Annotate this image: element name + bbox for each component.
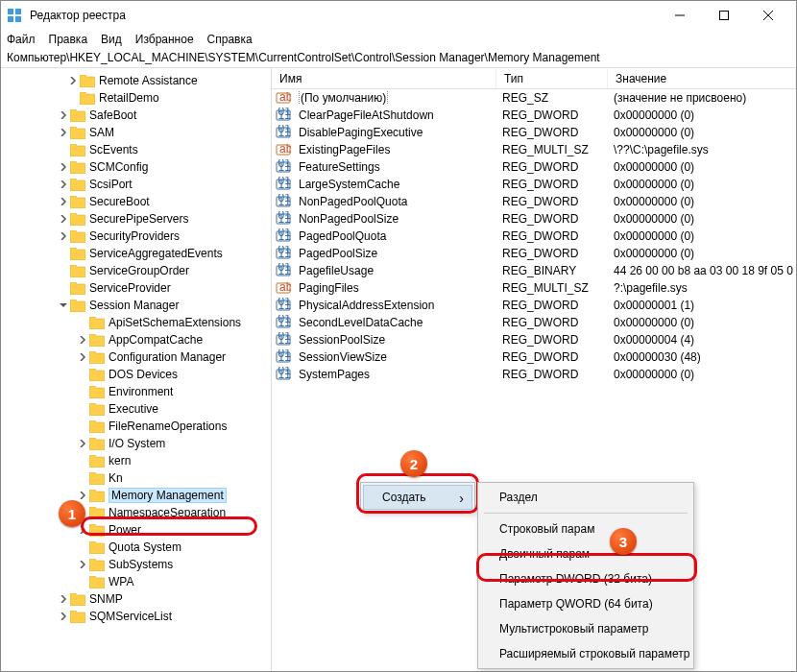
- menu-favorites[interactable]: Избранное: [135, 33, 194, 46]
- tree-item-label: kern: [109, 454, 131, 468]
- value-row[interactable]: abPagingFilesREG_MULTI_SZ?:\pagefile.sys: [272, 279, 796, 297]
- tree-item-label: Environment: [109, 385, 173, 398]
- value-row[interactable]: 011110NonPagedPoolQuotaREG_DWORD0x000000…: [272, 193, 796, 210]
- expand-chevron-icon[interactable]: [57, 232, 70, 240]
- tree-item[interactable]: SubSystems: [1, 556, 271, 573]
- tree-item[interactable]: I/O System: [1, 435, 271, 452]
- close-button[interactable]: [746, 1, 790, 30]
- tree-item[interactable]: ScsiPort: [1, 176, 271, 193]
- ctx-new-key[interactable]: Раздел: [480, 485, 691, 510]
- expand-chevron-icon[interactable]: [76, 492, 89, 499]
- tree-item[interactable]: Memory Management: [1, 487, 271, 504]
- ctx-create[interactable]: Создать: [363, 485, 472, 510]
- tree-item[interactable]: SQMServiceList: [1, 608, 271, 625]
- value-row[interactable]: 011110SessionViewSizeREG_DWORD0x00000030…: [272, 348, 796, 366]
- tree-item[interactable]: DOS Devices: [1, 366, 271, 383]
- tree-item[interactable]: NamespaceSeparation: [1, 504, 271, 521]
- tree-item[interactable]: ServiceProvider: [1, 279, 271, 297]
- expand-chevron-icon[interactable]: [76, 526, 89, 534]
- tree-item[interactable]: SNMP: [1, 590, 271, 608]
- tree-item[interactable]: Environment: [1, 383, 271, 400]
- tree-item[interactable]: SAM: [1, 124, 271, 141]
- value-row[interactable]: 011110SecondLevelDataCacheREG_DWORD0x000…: [272, 314, 796, 331]
- menu-view[interactable]: Вид: [101, 33, 122, 46]
- tree-item[interactable]: Session Manager: [1, 297, 271, 314]
- tree-item[interactable]: SecurityProviders: [1, 228, 271, 245]
- tree-item[interactable]: Configuration Manager: [1, 348, 271, 366]
- svg-rect-3: [15, 16, 21, 22]
- tree-item[interactable]: ServiceAggregatedEvents: [1, 245, 271, 262]
- ctx-new-string[interactable]: Строковый парам: [480, 516, 691, 541]
- tree-item[interactable]: SecurePipeServers: [1, 210, 271, 228]
- tree-item[interactable]: ServiceGroupOrder: [1, 262, 271, 279]
- ctx-new-multistring[interactable]: Мультистроковый параметр: [480, 616, 691, 641]
- tree-item-label: Remote Assistance: [99, 74, 198, 87]
- tree-item[interactable]: ApiSetSchemaExtensions: [1, 314, 271, 331]
- tree-item[interactable]: Remote Assistance: [1, 72, 271, 89]
- col-type[interactable]: Тип: [496, 69, 608, 88]
- value-row[interactable]: 011110PhysicalAddressExtensionREG_DWORD0…: [272, 297, 796, 314]
- value-row[interactable]: 011110PagedPoolSizeREG_DWORD0x00000000 (…: [272, 245, 796, 262]
- address-bar[interactable]: Компьютер\HKEY_LOCAL_MACHINE\SYSTEM\Curr…: [1, 49, 796, 68]
- expand-chevron-icon[interactable]: [57, 198, 70, 205]
- expand-chevron-icon[interactable]: [76, 336, 89, 344]
- value-row[interactable]: 011110SystemPagesREG_DWORD0x00000000 (0): [272, 366, 796, 383]
- value-row[interactable]: 011110PagedPoolQuotaREG_DWORD0x00000000 …: [272, 228, 796, 245]
- ctx-new-binary[interactable]: Двоичный парам: [480, 541, 691, 566]
- value-row[interactable]: 011110LargeSystemCacheREG_DWORD0x0000000…: [272, 176, 796, 193]
- expand-chevron-icon[interactable]: [57, 111, 70, 119]
- menu-edit[interactable]: Правка: [49, 33, 88, 46]
- expand-chevron-icon[interactable]: [57, 129, 70, 136]
- expand-chevron-icon[interactable]: [76, 561, 89, 568]
- svg-text:110: 110: [278, 350, 292, 364]
- ctx-new-expandstring[interactable]: Расширяемый строковый параметр: [480, 641, 691, 666]
- expand-chevron-icon[interactable]: [57, 180, 70, 188]
- tree-item-label: SQMServiceList: [89, 610, 172, 623]
- expand-chevron-icon[interactable]: [57, 215, 70, 223]
- menu-file[interactable]: Файл: [7, 33, 36, 46]
- value-row[interactable]: 011110ClearPageFileAtShutdownREG_DWORD0x…: [272, 107, 796, 124]
- tree-item[interactable]: Executive: [1, 400, 271, 418]
- menu-help[interactable]: Справка: [207, 33, 253, 46]
- value-row[interactable]: 011110FeatureSettingsREG_DWORD0x00000000…: [272, 158, 796, 176]
- expand-chevron-icon[interactable]: [76, 440, 89, 447]
- tree-item[interactable]: Kn: [1, 469, 271, 487]
- value-type: REG_DWORD: [495, 160, 606, 174]
- tree-item[interactable]: SafeBoot: [1, 107, 271, 124]
- tree-item[interactable]: FileRenameOperations: [1, 418, 271, 435]
- ctx-new-qword[interactable]: Параметр QWORD (64 бита): [480, 591, 691, 616]
- expand-chevron-icon[interactable]: [76, 353, 89, 361]
- expand-chevron-icon[interactable]: [57, 595, 70, 603]
- tree-item[interactable]: kern: [1, 452, 271, 469]
- value-row[interactable]: ab(По умолчанию)REG_SZ(значение не присв…: [272, 89, 796, 107]
- tree-item[interactable]: WPA: [1, 573, 271, 590]
- value-row[interactable]: 011110DisablePagingExecutiveREG_DWORD0x0…: [272, 124, 796, 141]
- tree-item[interactable]: Quota System: [1, 539, 271, 556]
- col-value[interactable]: Значение: [608, 69, 796, 88]
- col-name[interactable]: Имя: [272, 69, 496, 88]
- minimize-button[interactable]: [658, 1, 702, 30]
- tree-item[interactable]: RetailDemo: [1, 89, 271, 107]
- tree-item[interactable]: AppCompatCache: [1, 331, 271, 348]
- expand-chevron-icon[interactable]: [57, 612, 70, 620]
- tree-pane[interactable]: Remote AssistanceRetailDemoSafeBootSAMSc…: [1, 68, 272, 671]
- tree-item[interactable]: ScEvents: [1, 141, 271, 158]
- value-row[interactable]: abExistingPageFilesREG_MULTI_SZ\??\C:\pa…: [272, 141, 796, 158]
- app-icon: [7, 8, 22, 23]
- value-name: FeatureSettings: [299, 160, 380, 174]
- tree-item[interactable]: SCMConfig: [1, 158, 271, 176]
- svg-text:110: 110: [278, 247, 292, 260]
- expand-chevron-icon[interactable]: [66, 77, 80, 84]
- tree-item[interactable]: SecureBoot: [1, 193, 271, 210]
- tree-item-label: RetailDemo: [99, 91, 159, 105]
- tree-item[interactable]: Power: [1, 521, 271, 539]
- expand-chevron-icon[interactable]: [57, 163, 70, 171]
- value-row[interactable]: 011110NonPagedPoolSizeREG_DWORD0x0000000…: [272, 210, 796, 228]
- value-type: REG_BINARY: [495, 264, 606, 277]
- expand-chevron-icon[interactable]: [57, 301, 70, 309]
- value-row[interactable]: 011110PagefileUsageREG_BINARY44 26 00 00…: [272, 262, 796, 279]
- value-row[interactable]: 011110SessionPoolSizeREG_DWORD0x00000004…: [272, 331, 796, 348]
- ctx-new-dword[interactable]: Параметр DWORD (32 бита): [480, 566, 691, 591]
- value-data: 0x00000000 (0): [606, 195, 796, 208]
- maximize-button[interactable]: [702, 1, 746, 30]
